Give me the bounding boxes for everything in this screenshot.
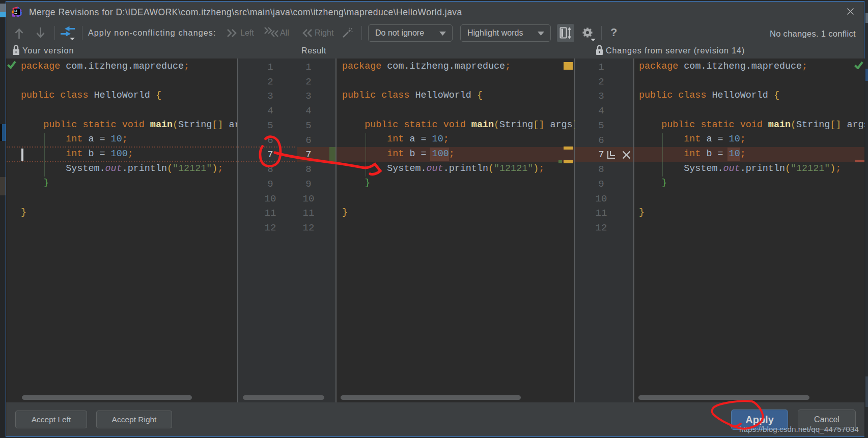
svg-text:IJ: IJ (14, 9, 17, 13)
